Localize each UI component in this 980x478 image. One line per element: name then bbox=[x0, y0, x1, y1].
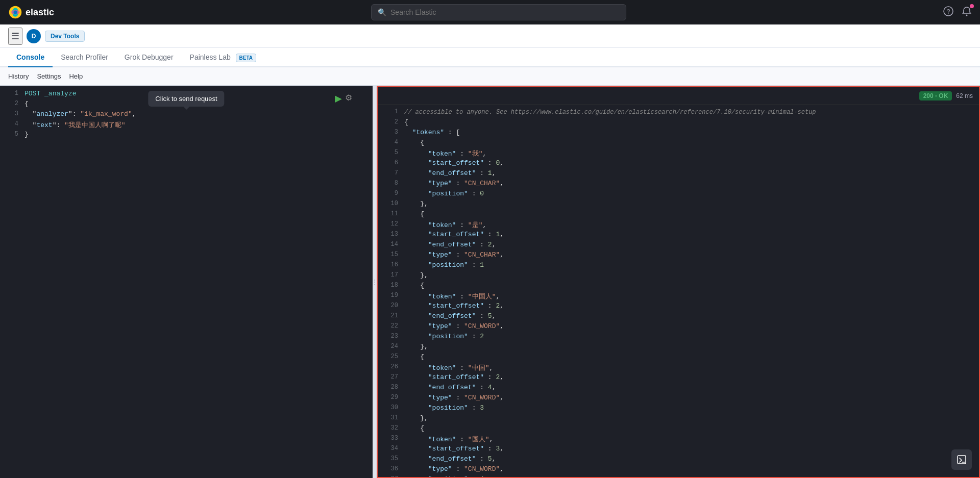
svg-text:?: ? bbox=[947, 8, 950, 15]
dev-tools-button[interactable]: Dev Tools bbox=[45, 31, 85, 42]
editor-line: 2{ bbox=[0, 100, 373, 110]
response-line: 21 "end_offset" : 5, bbox=[378, 312, 979, 322]
toolbar: History Settings Help bbox=[0, 67, 980, 86]
response-line: 16 "position" : 1 bbox=[378, 261, 979, 271]
response-line: 13 "start_offset" : 1, bbox=[378, 231, 979, 241]
response-line: 14 "end_offset" : 2, bbox=[378, 241, 979, 251]
response-line: 31 }, bbox=[378, 414, 979, 424]
tab-painless-lab[interactable]: Painless Lab BETA bbox=[182, 48, 265, 67]
response-line: 24 }, bbox=[378, 343, 979, 353]
response-line: 17 }, bbox=[378, 271, 979, 282]
time-badge: 62 ms bbox=[956, 92, 973, 99]
main-content: Click to send request ▶ ⚙ 1POST _analyze… bbox=[0, 86, 980, 478]
editor-line: 5} bbox=[0, 131, 373, 141]
search-icon: 🔍 bbox=[378, 8, 386, 16]
response-line: 4 { bbox=[378, 139, 979, 149]
response-line: 7 "end_offset" : 1, bbox=[378, 169, 979, 180]
editor-line: 1POST _analyze bbox=[0, 90, 373, 100]
tab-grok-debugger[interactable]: Grok Debugger bbox=[116, 48, 182, 67]
toolbar-settings[interactable]: Settings bbox=[37, 72, 61, 80]
response-line: 35 "end_offset" : 5, bbox=[378, 455, 979, 465]
response-line: 34 "start_offset" : 3, bbox=[378, 445, 979, 455]
response-line: 33 "token" : "国人", bbox=[378, 435, 979, 445]
second-nav: ☰ D Dev Tools bbox=[0, 24, 980, 48]
elastic-logo[interactable]: elastic bbox=[8, 5, 54, 19]
editor-panel: Click to send request ▶ ⚙ 1POST _analyze… bbox=[0, 86, 373, 478]
toolbar-history[interactable]: History bbox=[8, 72, 29, 80]
help-icon[interactable]: ? bbox=[943, 6, 953, 19]
response-line: 5 "token" : "我", bbox=[378, 149, 979, 159]
response-content[interactable]: 1// accessible to anyone. See https://ww… bbox=[378, 105, 979, 477]
response-line: 1// accessible to anyone. See https://ww… bbox=[378, 108, 979, 118]
response-line: 27 "start_offset" : 2, bbox=[378, 373, 979, 384]
svg-point-6 bbox=[966, 14, 968, 16]
response-line: 6 "start_offset" : 0, bbox=[378, 159, 979, 169]
notifications-icon[interactable] bbox=[962, 6, 972, 19]
elastic-logo-text: elastic bbox=[26, 7, 54, 18]
response-line: 28 "end_offset" : 4, bbox=[378, 384, 979, 394]
top-navigation: elastic 🔍 ? bbox=[0, 0, 980, 24]
response-line: 2{ bbox=[378, 118, 979, 129]
run-btn-area: ▶ ⚙ bbox=[335, 93, 352, 104]
response-line: 18 { bbox=[378, 282, 979, 292]
search-input[interactable] bbox=[390, 8, 620, 16]
response-line: 26 "token" : "中国", bbox=[378, 363, 979, 373]
search-bar[interactable]: 🔍 bbox=[371, 4, 626, 20]
toolbar-help[interactable]: Help bbox=[69, 72, 83, 80]
nav-icons-right: ? bbox=[943, 6, 972, 19]
response-line: 15 "type" : "CN_CHAR", bbox=[378, 251, 979, 261]
editor-line: 4 "text": "我是中国人啊了呢" bbox=[0, 120, 373, 131]
response-line: 3 "tokens" : [ bbox=[378, 129, 979, 139]
panel-divider[interactable]: ⋮ bbox=[373, 86, 377, 478]
response-panel: 200 - OK 62 ms 1// accessible to anyone.… bbox=[377, 86, 980, 478]
response-line: 30 "position" : 3 bbox=[378, 404, 979, 414]
response-line: 25 { bbox=[378, 353, 979, 363]
user-avatar[interactable]: D bbox=[27, 29, 41, 43]
response-line: 11 { bbox=[378, 210, 979, 220]
notification-badge bbox=[970, 4, 974, 8]
response-line: 29 "type" : "CN_WORD", bbox=[378, 394, 979, 404]
search-bar-container: 🔍 bbox=[60, 4, 937, 20]
response-line: 36 "type" : "CN_WORD", bbox=[378, 465, 979, 475]
response-line: 12 "token" : "是", bbox=[378, 220, 979, 231]
tabs-row: Console Search Profiler Grok Debugger Pa… bbox=[0, 48, 980, 67]
hamburger-button[interactable]: ☰ bbox=[8, 28, 22, 45]
response-line: 8 "type" : "CN_CHAR", bbox=[378, 180, 979, 190]
run-button[interactable]: ▶ bbox=[335, 93, 342, 104]
copy-button[interactable]: ⚙ bbox=[345, 93, 352, 104]
response-line: 9 "position" : 0 bbox=[378, 190, 979, 200]
status-badge: 200 - OK bbox=[919, 91, 952, 100]
response-line: 19 "token" : "中国人", bbox=[378, 292, 979, 302]
response-line: 37 "position" : 4 bbox=[378, 475, 979, 477]
tab-console[interactable]: Console bbox=[8, 48, 53, 67]
elastic-logo-icon bbox=[8, 5, 22, 19]
response-toolbar: 200 - OK 62 ms bbox=[378, 87, 979, 105]
editor-line: 3 "analyzer": "ik_max_word", bbox=[0, 110, 373, 120]
response-line: 32 { bbox=[378, 424, 979, 435]
editor-area[interactable]: 1POST _analyze2{3 "analyzer": "ik_max_wo… bbox=[0, 86, 373, 478]
response-line: 20 "start_offset" : 2, bbox=[378, 302, 979, 312]
response-line: 23 "position" : 2 bbox=[378, 333, 979, 343]
response-line: 22 "type" : "CN_WORD", bbox=[378, 322, 979, 333]
tab-search-profiler[interactable]: Search Profiler bbox=[53, 48, 116, 67]
response-line: 10 }, bbox=[378, 200, 979, 210]
svg-point-3 bbox=[14, 11, 17, 14]
beta-badge: BETA bbox=[236, 54, 256, 62]
terminal-icon[interactable] bbox=[951, 449, 972, 470]
